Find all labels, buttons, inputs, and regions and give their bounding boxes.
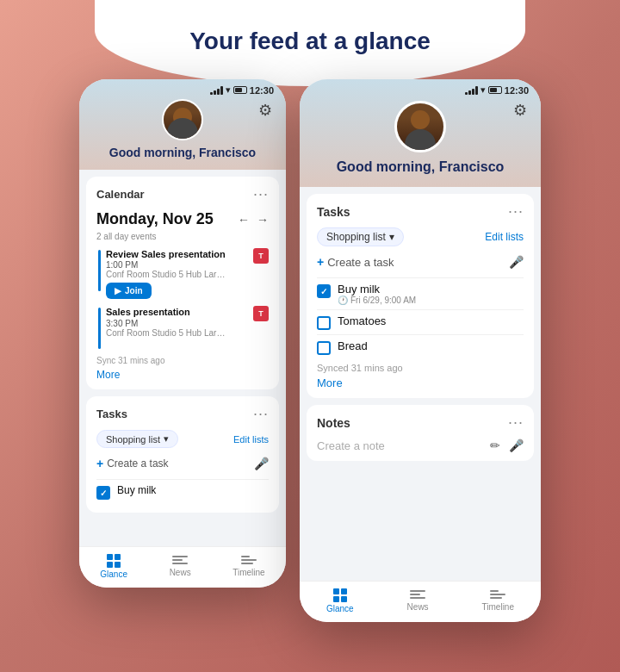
tasks-card-right: Tasks ··· Shopping list ▾ Edit lists + [307, 194, 534, 398]
list-dropdown-right[interactable]: Shopping list ▾ [317, 227, 404, 246]
calendar-date: Monday, Nov 25 [96, 210, 214, 228]
nav-news-left[interactable]: News [170, 554, 191, 579]
task-due-1: 🕐 Fri 6/29, 9:00 AM [338, 296, 524, 305]
event-location-1: Conf Room Studio 5 Hub Large Privat... [106, 270, 226, 279]
calendar-card-left: Calendar ··· Monday, Nov 25 ← → 2 all da… [86, 177, 279, 389]
mic-icon-right[interactable]: 🎤 [509, 255, 524, 269]
glance-label-right: Glance [326, 604, 354, 613]
event-1: Review Sales presentation 1:00 PM Conf R… [96, 248, 269, 299]
status-bar-left: ▾ 12:30 [79, 79, 286, 97]
task-item-3: Bread [317, 334, 524, 359]
event-2: Sales presentation 3:30 PM Conf Room Stu… [96, 306, 269, 349]
phone-right: ▾ 12:30 ⚙ [300, 79, 541, 622]
ms-teams-icon-1: T [253, 248, 269, 264]
task-checkbox-preview[interactable]: ✓ [96, 486, 110, 500]
tasks-more-link-right[interactable]: More [317, 376, 524, 389]
tasks-more-dots-right[interactable]: ··· [508, 202, 524, 221]
clock-icon: 🕐 [338, 296, 348, 305]
timeline-icon-left [241, 554, 257, 566]
wifi-icon: ▾ [226, 84, 231, 96]
status-time-right: 12:30 [505, 85, 529, 96]
event-time-2: 3:30 PM [106, 319, 248, 328]
battery-icon-right [488, 86, 502, 94]
greeting-right: Good morning, Francisco [300, 159, 541, 175]
dropdown-chevron: ▾ [164, 433, 169, 445]
calendar-more-link[interactable]: More [96, 369, 269, 381]
news-icon-left [172, 554, 188, 566]
nav-timeline-left[interactable]: Timeline [232, 554, 264, 579]
calendar-more-dots[interactable]: ··· [253, 185, 269, 203]
news-icon-right [410, 588, 425, 600]
mic-icon-left[interactable]: 🎤 [254, 457, 269, 470]
avatar-left [162, 99, 203, 140]
tasks-title-right: Tasks [317, 205, 350, 219]
wifi-icon-right: ▾ [480, 84, 486, 96]
edit-lists-left[interactable]: Edit lists [233, 434, 269, 445]
task-checkbox-2[interactable] [317, 316, 331, 330]
create-task-row-right: + Create a task 🎤 [317, 253, 524, 271]
create-task-text-right[interactable]: Create a task [327, 256, 394, 269]
nav-glance-left[interactable]: Glance [100, 554, 127, 579]
timeline-label-left: Timeline [232, 568, 264, 577]
page-title: Your feed at a glance [189, 28, 431, 55]
task-checkbox-1[interactable]: ✓ [317, 284, 331, 298]
mic-icon-notes[interactable]: 🎤 [509, 439, 524, 452]
event-time-1: 1:00 PM [106, 260, 248, 270]
task-name-3: Bread [338, 339, 524, 352]
phone-left: ▾ 12:30 ⚙ [79, 79, 286, 588]
dropdown-chevron-right: ▾ [389, 231, 394, 243]
grid-icon-right [333, 588, 347, 602]
create-note-row: Create a note ✏ 🎤 [317, 439, 524, 452]
status-bar-right: ▾ 12:30 [300, 79, 541, 97]
battery-icon [233, 86, 247, 94]
glance-label-left: Glance [100, 569, 127, 579]
grid-icon-left [107, 554, 121, 568]
task-checkbox-3[interactable] [317, 341, 331, 355]
task-item-2: Tomatoes [317, 309, 524, 334]
create-task-text-left[interactable]: Create a task [107, 457, 168, 470]
nav-timeline-right[interactable]: Timeline [482, 588, 514, 613]
list-dropdown-left[interactable]: Shopping list ▾ [96, 430, 178, 448]
join-icon: ▶ [115, 286, 121, 296]
nav-news-right[interactable]: News [407, 588, 429, 613]
bottom-nav-right: Glance News Timeline [300, 581, 541, 622]
next-day-button[interactable]: → [257, 213, 269, 227]
gear-button-right[interactable]: ⚙ [513, 101, 527, 120]
task-name-2: Tomatoes [338, 314, 524, 327]
news-label-right: News [407, 602, 429, 612]
gear-button-left[interactable]: ⚙ [258, 101, 272, 120]
task-preview: ✓ Buy milk [96, 479, 269, 504]
task-name-preview: Buy milk [117, 484, 269, 496]
task-item-1: ✓ Buy milk 🕐 Fri 6/29, 9:00 AM [317, 277, 524, 309]
tasks-title-left: Tasks [96, 408, 127, 420]
create-note-text[interactable]: Create a note [317, 439, 385, 452]
phones-container: ▾ 12:30 ⚙ [79, 79, 541, 622]
timeline-label-right: Timeline [482, 602, 514, 612]
all-day-events: 2 all day events [96, 232, 269, 241]
notes-card-right: Notes ··· Create a note ✏ 🎤 [307, 405, 534, 461]
event-bar-1 [98, 250, 101, 291]
ms-teams-icon-2: T [253, 306, 269, 321]
greeting-left: Good morning, Francisco [79, 146, 286, 159]
signal-icon-right [465, 86, 478, 95]
news-label-left: News [170, 568, 191, 577]
tasks-sync-text-right: Synced 31 mins ago [317, 363, 524, 373]
create-task-row-left: + Create a task 🎤 [96, 455, 269, 472]
event-title-2: Sales presentation [106, 306, 248, 318]
timeline-icon-right [490, 588, 505, 600]
prev-day-button[interactable]: ← [238, 213, 250, 227]
avatar-right [394, 101, 446, 152]
bottom-nav-left: Glance News Timeline [79, 546, 286, 588]
event-bar-2 [98, 308, 101, 349]
task-dropdown-right: Shopping list ▾ Edit lists [317, 227, 524, 246]
notes-more-dots[interactable]: ··· [508, 414, 524, 432]
nav-glance-right[interactable]: Glance [326, 588, 354, 613]
edit-lists-right[interactable]: Edit lists [485, 231, 524, 243]
event-location-2: Conf Room Studio 5 Hub Large Privat... [106, 328, 226, 338]
task-name-1: Buy milk [338, 283, 524, 296]
join-button[interactable]: ▶ Join [106, 283, 152, 299]
tasks-more-dots-left[interactable]: ··· [253, 405, 269, 423]
plus-icon-left: + [96, 457, 103, 470]
signal-icon [210, 86, 223, 95]
pencil-icon[interactable]: ✏ [490, 439, 500, 452]
